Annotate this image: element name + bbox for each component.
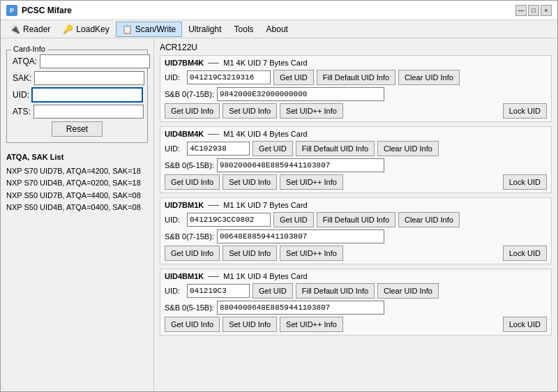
- uid4bm1k-header: UID4BM1K M1 1K UID 4 Bytes Card: [165, 272, 547, 280]
- uid4bm1k-get-uid-button[interactable]: Get UID: [252, 283, 293, 299]
- uid7bm4k-uid-label: UID:: [165, 73, 184, 82]
- card-info-group: Card-Info ATQA: SAK: UID: ATS: Rese: [6, 50, 148, 143]
- uid4bm4k-sab-row: S&B 0(5-15B):: [165, 158, 547, 172]
- title-bar-controls: — □ ×: [515, 5, 552, 16]
- uid4bm4k-get-uid-info-button[interactable]: Get UID Info: [165, 174, 220, 190]
- menu-ultralight[interactable]: Ultralight: [182, 22, 227, 37]
- uid7bm1k-fill-button[interactable]: Fill Default UID Info: [317, 212, 395, 227]
- uid-row: UID:: [13, 88, 142, 102]
- ats-label: ATS:: [13, 107, 31, 116]
- window-title: PCSC Mifare: [22, 6, 72, 15]
- right-panel: ACR122U UID7BM4K M1 4K UID 7 Bytes Card …: [154, 38, 557, 391]
- close-button[interactable]: ×: [541, 5, 552, 16]
- uid4bm1k-set-uid-info-button[interactable]: Set UID Info: [223, 317, 277, 332]
- uid4bm4k-desc: M1 4K UID 4 Bytes Card: [223, 130, 307, 138]
- uid4bm1k-uid-input[interactable]: [187, 284, 250, 298]
- uid7bm1k-uid-input[interactable]: [187, 213, 271, 227]
- minimize-button[interactable]: —: [515, 5, 527, 16]
- uid4bm4k-get-uid-button[interactable]: Get UID: [252, 141, 293, 156]
- uid4bm4k-fill-button[interactable]: Fill Default UID Info: [296, 141, 375, 156]
- menu-about-label: About: [266, 24, 288, 34]
- uid4bm1k-sab-label: S&B 0(5-15B):: [165, 303, 214, 312]
- uid4bm1k-get-uid-info-button[interactable]: Get UID Info: [165, 317, 220, 332]
- uid4bm4k-set-uid-pp-button[interactable]: Set UID++ Info: [280, 174, 343, 190]
- uid4bm4k-sab-input[interactable]: [217, 158, 384, 172]
- uid4bm1k-uid-row: UID: Get UID Fill Default UID Info Clear…: [165, 283, 547, 299]
- maximize-button[interactable]: □: [528, 5, 539, 16]
- uid7bm4k-sab-input[interactable]: [217, 87, 384, 101]
- uid7bm1k-set-uid-pp-button[interactable]: Set UID++ Info: [280, 246, 343, 261]
- uid7bm1k-clear-uid-info-button[interactable]: Clear UID Info: [398, 212, 460, 227]
- uid4bm1k-lock-button[interactable]: Lock UID: [503, 317, 547, 332]
- title-bar: P PCSC Mifare — □ ×: [1, 1, 557, 20]
- menu-bar: 🔌 Reader 🔑 LoadKey 📋 Scan/Write Ultralig…: [1, 20, 557, 38]
- menu-scanwrite[interactable]: 📋 Scan/Write: [116, 22, 182, 37]
- uid4bm4k-dash: [208, 134, 219, 135]
- content-area: Card-Info ATQA: SAK: UID: ATS: Rese: [1, 38, 557, 391]
- uid4bm1k-section: UID4BM1K M1 1K UID 4 Bytes Card UID: Get…: [160, 269, 552, 336]
- uid7bm1k-set-uid-info-button[interactable]: Set UID Info: [223, 246, 277, 261]
- uid4bm4k-section: UID4BM4K M1 4K UID 4 Bytes Card UID: Get…: [160, 126, 552, 193]
- uid7bm1k-lock-button[interactable]: Lock UID: [503, 246, 547, 261]
- uid7bm4k-set-uid-info-button[interactable]: Set UID Info: [223, 103, 277, 119]
- uid7bm1k-dash: [208, 205, 219, 206]
- sak-input[interactable]: [34, 71, 144, 85]
- uid4bm1k-btn-row: Get UID Info Set UID Info Set UID++ Info…: [165, 317, 547, 332]
- atqa-list-title: ATQA, SAK List: [6, 151, 148, 164]
- uid7bm1k-header: UID7BM1K M1 1K UID 7 Bytes Card: [165, 201, 547, 209]
- uid4bm1k-fill-button[interactable]: Fill Default UID Info: [296, 283, 375, 299]
- uid4bm4k-uid-label: UID:: [165, 144, 184, 153]
- uid4bm1k-set-uid-pp-button[interactable]: Set UID++ Info: [280, 317, 343, 332]
- menu-tools[interactable]: Tools: [228, 22, 260, 37]
- list-item: NXP S70 UID7B, ATQA=4200, SAK=18: [6, 165, 148, 178]
- reset-button[interactable]: Reset: [52, 121, 103, 137]
- uid7bm1k-sab-label: S&B 0(7-15B):: [165, 232, 214, 241]
- menu-loadkey[interactable]: 🔑 LoadKey: [56, 22, 115, 37]
- uid7bm4k-clear-uid-info-button[interactable]: Clear UID Info: [398, 70, 460, 85]
- uid7bm4k-uid-input[interactable]: [187, 70, 271, 84]
- uid4bm1k-desc: M1 1K UID 4 Bytes Card: [223, 272, 307, 280]
- menu-ultralight-label: Ultralight: [188, 24, 221, 34]
- menu-reader[interactable]: 🔌 Reader: [3, 22, 56, 37]
- uid7bm4k-lock-button[interactable]: Lock UID: [503, 103, 547, 119]
- uid7bm4k-get-uid-info-button[interactable]: Get UID Info: [165, 103, 220, 119]
- menu-loadkey-label: LoadKey: [76, 24, 109, 34]
- uid7bm4k-sab-label: S&B 0(7-15B):: [165, 90, 214, 98]
- atqa-list: ATQA, SAK List NXP S70 UID7B, ATQA=4200,…: [6, 151, 148, 214]
- uid4bm4k-id: UID4BM4K: [165, 130, 204, 138]
- uid4bm4k-sab-label: S&B 0(5-15B):: [165, 161, 214, 169]
- menu-tools-label: Tools: [234, 24, 254, 34]
- uid4bm4k-clear-uid-info-button[interactable]: Clear UID Info: [377, 141, 439, 156]
- atqa-input[interactable]: [40, 54, 150, 68]
- uid7bm4k-btn-row: Get UID Info Set UID Info Set UID++ Info…: [165, 103, 547, 119]
- menu-about[interactable]: About: [260, 22, 294, 37]
- uid7bm1k-sab-input[interactable]: [217, 229, 384, 243]
- uid7bm4k-set-uid-pp-button[interactable]: Set UID++ Info: [280, 103, 343, 119]
- menu-reader-label: Reader: [23, 24, 50, 34]
- card-info-label: Card-Info: [11, 45, 47, 53]
- uid7bm1k-get-uid-info-button[interactable]: Get UID Info: [165, 246, 220, 261]
- uid4bm1k-sab-input[interactable]: [217, 301, 384, 315]
- uid4bm1k-clear-uid-info-button[interactable]: Clear UID Info: [377, 283, 439, 299]
- app-icon: P: [6, 5, 17, 16]
- uid7bm4k-get-uid-button[interactable]: Get UID: [273, 70, 314, 85]
- sak-label: SAK:: [13, 73, 31, 83]
- uid7bm1k-uid-label: UID:: [165, 216, 184, 224]
- menu-scanwrite-label: Scan/Write: [135, 24, 176, 34]
- uid4bm1k-sab-row: S&B 0(5-15B):: [165, 301, 547, 315]
- uid7bm1k-get-uid-button[interactable]: Get UID: [273, 212, 314, 227]
- ats-input[interactable]: [33, 105, 144, 119]
- uid4bm4k-lock-button[interactable]: Lock UID: [503, 174, 547, 190]
- main-window: P PCSC Mifare — □ × 🔌 Reader 🔑 LoadKey 📋…: [0, 0, 558, 392]
- uid7bm4k-dash: [208, 63, 219, 63]
- list-item: NXP S50 UID7B, ATQA=4400, SAK=08: [6, 190, 148, 202]
- atqa-row: ATQA:: [13, 54, 142, 68]
- uid4bm4k-set-uid-info-button[interactable]: Set UID Info: [223, 174, 277, 190]
- reader-icon: 🔌: [10, 24, 20, 34]
- uid4bm4k-uid-input[interactable]: [187, 142, 250, 156]
- ats-row: ATS:: [13, 105, 142, 119]
- uid-input[interactable]: [32, 88, 142, 102]
- uid7bm4k-fill-button[interactable]: Fill Default UID Info: [317, 70, 395, 85]
- title-bar-left: P PCSC Mifare: [6, 5, 72, 16]
- uid7bm1k-uid-row: UID: Get UID Fill Default UID Info Clear…: [165, 212, 547, 227]
